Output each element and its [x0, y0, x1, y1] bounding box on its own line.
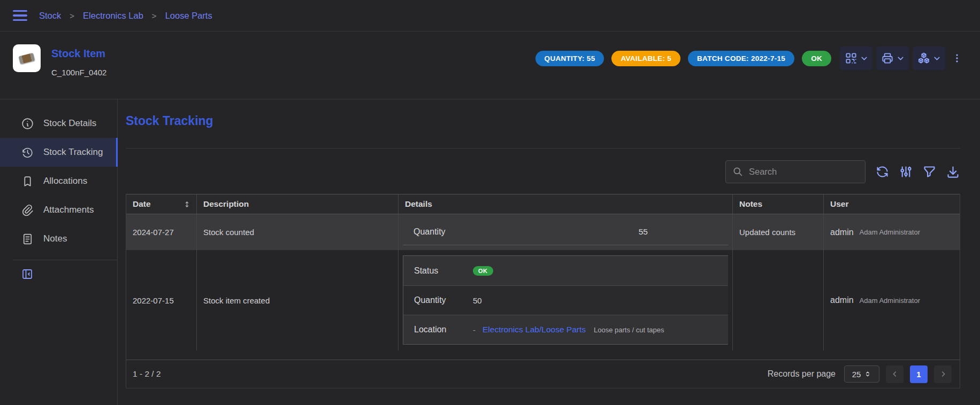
- page-title: Stock Item: [51, 48, 106, 59]
- header-actions: [840, 44, 965, 72]
- breadcrumb-link-loose-parts[interactable]: Loose Parts: [165, 11, 212, 21]
- table-header-row: Date Description Details Notes User: [126, 194, 960, 214]
- sidebar-collapse-icon[interactable]: [21, 268, 34, 281]
- dots-vertical-icon: [951, 52, 963, 64]
- sidebar-item-stock-details[interactable]: Stock Details: [0, 109, 117, 138]
- search-input[interactable]: [749, 167, 867, 177]
- table-row[interactable]: 2024-07-27 Stock counted Quantity 55 Upd…: [126, 214, 960, 250]
- detail-label: Quantity: [414, 295, 473, 305]
- records-per-page-select[interactable]: 25: [844, 365, 879, 383]
- sidebar-item-allocations[interactable]: Allocations: [0, 167, 117, 196]
- part-thumbnail[interactable]: [13, 44, 41, 72]
- record-range: 1 - 2 / 2: [133, 369, 161, 379]
- breadcrumb: Stock > Electronics Lab > Loose Parts: [39, 11, 212, 21]
- chevron-down-icon: [896, 54, 905, 63]
- chevron-down-icon: [860, 54, 869, 63]
- column-label: Description: [203, 199, 249, 209]
- sidebar-divider: [13, 260, 117, 260]
- location-dash: -: [473, 325, 476, 334]
- column-header-description: Description: [197, 194, 399, 214]
- stock-tracking-table: Date Description Details Notes User 20: [126, 194, 960, 388]
- packages-icon: [917, 51, 931, 65]
- chevron-right-icon: [939, 370, 947, 378]
- item-header: Stock Item C_100nF_0402 QUANTITY: 55 AVA…: [0, 32, 980, 99]
- detail-label: Status: [414, 266, 473, 276]
- detail-value: 50: [473, 296, 482, 305]
- table-filler: [126, 351, 960, 360]
- next-page-button[interactable]: [934, 365, 952, 383]
- panel-divider: [126, 148, 960, 149]
- notes-cell: [733, 250, 824, 351]
- sidebar-item-label: Stock Tracking: [43, 147, 103, 158]
- user-cell: admin Adam Administrator: [824, 214, 960, 250]
- status-ok-badge: OK: [802, 51, 831, 66]
- sidebar-item-stock-tracking[interactable]: Stock Tracking: [0, 138, 117, 167]
- print-actions-button[interactable]: [876, 46, 909, 70]
- column-label: Details: [405, 199, 432, 209]
- detail-label: Quantity: [414, 227, 472, 237]
- user-fullname: Adam Administrator: [860, 228, 920, 236]
- column-header-details: Details: [399, 194, 733, 214]
- part-name: C_100nF_0402: [51, 68, 106, 77]
- page-1-button[interactable]: 1: [910, 365, 928, 383]
- chevron-down-icon: [932, 54, 941, 63]
- breadcrumb-link-electronics-lab[interactable]: Electronics Lab: [83, 11, 143, 21]
- location-link[interactable]: Electronics Lab/Loose Parts: [483, 325, 586, 334]
- user-cell: admin Adam Administrator: [824, 250, 960, 351]
- more-options-button[interactable]: [949, 46, 965, 70]
- detail-value: 55: [472, 227, 728, 237]
- column-header-user: User: [824, 194, 960, 214]
- sidebar-item-attachments[interactable]: Attachments: [0, 196, 117, 224]
- panel-title: Stock Tracking: [126, 113, 960, 128]
- info-circle-icon: [21, 117, 34, 130]
- previous-page-button[interactable]: [886, 365, 904, 383]
- menu-icon[interactable]: [13, 10, 27, 21]
- breadcrumb-link-stock[interactable]: Stock: [39, 11, 61, 21]
- notes-cell: Updated counts: [733, 214, 824, 250]
- detail-status-row: Status OK: [403, 256, 728, 285]
- adjustments-icon[interactable]: [899, 165, 913, 179]
- barcode-actions-button[interactable]: [840, 46, 872, 70]
- content-area: Stock Details Stock Tracking Allocations: [0, 99, 980, 405]
- username: admin: [830, 295, 854, 305]
- breadcrumb-separator: >: [152, 11, 157, 20]
- column-header-notes: Notes: [733, 194, 824, 214]
- table-toolbar: [126, 160, 960, 183]
- description-cell: Stock item created: [197, 250, 399, 351]
- filter-icon[interactable]: [922, 165, 937, 179]
- column-label: Date: [133, 199, 151, 209]
- download-icon[interactable]: [946, 165, 960, 179]
- search-icon: [732, 166, 744, 177]
- detail-quantity-row: Quantity 55: [403, 219, 728, 245]
- sidebar-item-label: Notes: [43, 233, 67, 244]
- stock-item-page: Stock > Electronics Lab > Loose Parts St…: [0, 0, 980, 405]
- detail-location-row: Location - Electronics Lab/Loose Parts L…: [403, 315, 728, 344]
- details-cell: Quantity 55: [399, 214, 733, 250]
- quantity-badge: QUANTITY: 55: [535, 51, 604, 66]
- column-header-date[interactable]: Date: [126, 194, 197, 214]
- date-cell: 2024-07-27: [126, 214, 197, 250]
- details-subtable: Status OK Quantity 50 Location - Electro…: [403, 255, 728, 345]
- column-label: User: [830, 199, 848, 209]
- location-description: Loose parts / cut tapes: [594, 326, 664, 334]
- breadcrumb-separator: >: [70, 11, 74, 20]
- selector-icon: [864, 370, 871, 378]
- sidebar: Stock Details Stock Tracking Allocations: [0, 99, 118, 405]
- sort-icon: [183, 200, 191, 208]
- file-text-icon: [21, 232, 34, 246]
- detail-label: Location: [414, 325, 473, 334]
- capacitor-image: [19, 52, 35, 64]
- sidebar-item-notes[interactable]: Notes: [0, 224, 117, 253]
- username: admin: [830, 228, 854, 237]
- chevron-left-icon: [891, 370, 899, 378]
- detail-quantity-row: Quantity 50: [403, 285, 728, 315]
- pagination: Records per page 25: [768, 365, 952, 383]
- printer-icon: [881, 51, 894, 65]
- table-row[interactable]: 2022-07-15 Stock item created Status OK …: [126, 250, 960, 351]
- column-label: Notes: [739, 199, 762, 209]
- records-per-page-value: 25: [852, 370, 861, 379]
- item-titles: Stock Item C_100nF_0402: [51, 44, 106, 77]
- refresh-icon[interactable]: [875, 165, 890, 179]
- stock-actions-button[interactable]: [913, 46, 945, 70]
- table-footer: 1 - 2 / 2 Records per page 25: [126, 360, 960, 388]
